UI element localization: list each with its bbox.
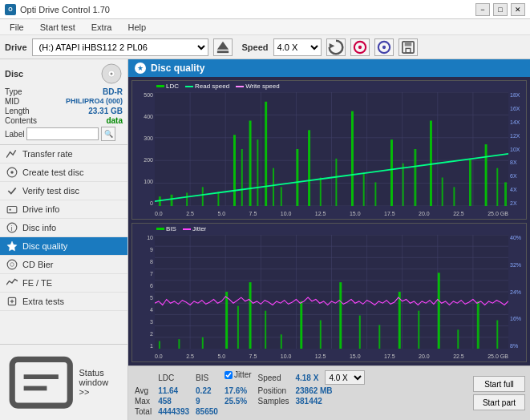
svg-rect-58 xyxy=(320,178,322,207)
verify-icon xyxy=(6,185,18,196)
maximize-button[interactable]: □ xyxy=(493,3,508,16)
disc-quality-header: ★ Disc quality xyxy=(128,59,530,77)
disc-mid-value: PHILIPRO4 (000) xyxy=(66,97,123,106)
svg-marker-0 xyxy=(216,41,228,49)
svg-rect-1 xyxy=(216,50,228,53)
disc-type-label: Type xyxy=(5,87,22,96)
svg-rect-50 xyxy=(241,149,243,206)
bis-chart: BIS Jitter 10 9 8 7 6 5 4 3 xyxy=(131,223,527,362)
svg-rect-46 xyxy=(186,192,188,206)
svg-rect-64 xyxy=(403,164,404,206)
svg-rect-105 xyxy=(378,325,380,349)
svg-rect-95 xyxy=(202,337,204,349)
svg-rect-51 xyxy=(249,121,252,207)
speed-select-stats[interactable]: 4.0 X xyxy=(325,370,365,385)
svg-rect-49 xyxy=(233,135,236,206)
disc-label-button[interactable]: 🔍 xyxy=(101,127,115,141)
svg-rect-69 xyxy=(469,159,471,206)
sidebar: Disc Type BD-R MID PHILIPRO4 (000) Lengt… xyxy=(0,59,128,420)
svg-rect-57 xyxy=(308,130,310,206)
disc-section-title: Disc xyxy=(5,69,23,79)
disc-label-input[interactable] xyxy=(26,127,99,140)
sidebar-item-cd-bier[interactable]: CD Bier xyxy=(0,256,127,274)
sidebar-item-transfer-rate[interactable]: Transfer rate xyxy=(0,145,127,164)
svg-rect-103 xyxy=(339,282,342,349)
disc-length-row: Length 23.31 GB xyxy=(5,107,123,115)
refresh-button[interactable] xyxy=(326,38,346,56)
app-icon: O xyxy=(5,4,16,15)
titlebar-left: O Opti Drive Control 1.70 xyxy=(5,4,110,15)
disc-quality-icon xyxy=(6,240,18,252)
stats-bar: LDC BIS Jitter Speed 4.18 X 4.0 X xyxy=(128,365,530,420)
svg-rect-47 xyxy=(202,187,204,206)
menu-help[interactable]: Help xyxy=(124,22,149,33)
svg-text:i: i xyxy=(11,225,13,232)
minimize-button[interactable]: − xyxy=(475,3,490,16)
fe-te-icon xyxy=(6,277,18,289)
speed-select[interactable]: 4.0 X xyxy=(273,38,322,56)
sidebar-item-create-test-disc[interactable]: Create test disc xyxy=(0,164,127,182)
svg-point-4 xyxy=(358,45,361,48)
disc-length-label: Length xyxy=(5,107,30,115)
svg-point-20 xyxy=(7,260,17,269)
drive-select[interactable]: (H:) ATAPI iHBS112 2 PL06 xyxy=(32,38,208,56)
content-area: ★ Disc quality LDC Read speed xyxy=(128,59,530,420)
svg-rect-54 xyxy=(273,168,274,206)
menu-file[interactable]: File xyxy=(6,22,27,33)
disc-type-value: BD-R xyxy=(103,87,123,96)
disc-label-label: Label xyxy=(5,130,24,139)
start-part-button[interactable]: Start part xyxy=(473,394,525,410)
ldc-chart-svg xyxy=(155,92,508,206)
disc-write-button[interactable] xyxy=(374,38,394,56)
eject-button[interactable] xyxy=(213,38,233,56)
sidebar-item-drive-info[interactable]: Drive info xyxy=(0,200,127,219)
svg-rect-102 xyxy=(320,321,322,349)
status-window-button[interactable]: Status window >> xyxy=(0,344,127,420)
disc-mid-row: MID PHILIPRO4 (000) xyxy=(5,97,123,106)
svg-rect-98 xyxy=(249,282,252,349)
svg-rect-99 xyxy=(265,311,266,349)
sidebar-item-fe-te[interactable]: FE / TE xyxy=(0,274,127,293)
jitter-checkbox[interactable] xyxy=(225,371,233,379)
svg-rect-15 xyxy=(7,207,17,213)
disc-info-icon: i xyxy=(6,222,18,233)
sidebar-item-extra-tests[interactable]: Extra tests xyxy=(0,293,127,311)
svg-rect-72 xyxy=(504,182,507,206)
close-button[interactable]: ✕ xyxy=(511,3,525,16)
disc-quality-header-icon: ★ xyxy=(135,63,146,74)
sidebar-item-disc-info[interactable]: i Disc info xyxy=(0,219,127,237)
svg-point-12 xyxy=(111,73,113,75)
svg-marker-2 xyxy=(329,43,334,49)
svg-rect-101 xyxy=(300,301,302,349)
disc-panel: Disc Type BD-R MID PHILIPRO4 (000) Lengt… xyxy=(0,59,127,145)
svg-rect-71 xyxy=(496,168,498,206)
start-full-button[interactable]: Start full xyxy=(473,376,525,392)
window-controls: − □ ✕ xyxy=(475,3,525,16)
svg-rect-106 xyxy=(399,292,401,349)
svg-rect-60 xyxy=(351,111,354,206)
svg-rect-93 xyxy=(159,341,160,349)
svg-rect-55 xyxy=(281,187,282,206)
menu-extra[interactable]: Extra xyxy=(88,22,115,33)
svg-rect-45 xyxy=(171,195,173,206)
svg-rect-48 xyxy=(217,192,219,206)
svg-rect-111 xyxy=(496,321,498,349)
sidebar-item-disc-quality[interactable]: Disc quality xyxy=(0,237,127,256)
disc-quality-title: Disc quality xyxy=(151,63,204,74)
disc-read-button[interactable] xyxy=(350,38,370,56)
svg-rect-25 xyxy=(12,359,70,406)
svg-rect-110 xyxy=(477,301,479,349)
create-disc-icon xyxy=(6,167,18,178)
main-area: Disc Type BD-R MID PHILIPRO4 (000) Lengt… xyxy=(0,59,530,420)
menu-start-test[interactable]: Start test xyxy=(37,22,79,33)
cd-bier-icon xyxy=(6,259,18,270)
svg-rect-63 xyxy=(390,139,393,206)
disc-type-row: Type BD-R xyxy=(5,87,123,96)
disc-label-row: Label 🔍 xyxy=(5,127,123,141)
status-window-icon xyxy=(6,348,75,417)
disc-length-value: 23.31 GB xyxy=(88,107,123,115)
main-toolbar: Drive (H:) ATAPI iHBS112 2 PL06 Speed 4.… xyxy=(0,35,530,59)
save-button[interactable] xyxy=(399,38,418,56)
sidebar-item-verify-test-disc[interactable]: Verify test disc xyxy=(0,182,127,200)
drive-label: Drive xyxy=(5,42,27,52)
